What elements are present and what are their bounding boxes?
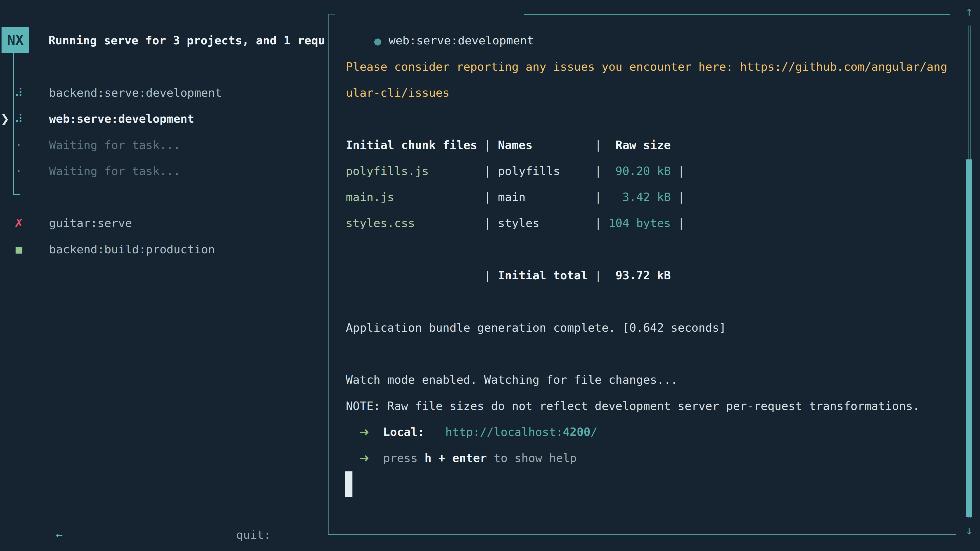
text-segment: press [383, 451, 425, 465]
spinner-icon: ⠼ [13, 80, 24, 106]
text-segment: 3.42 kB [601, 190, 671, 204]
text-segment: | [588, 268, 601, 282]
text-segment: 104 bytes [601, 216, 671, 230]
task-item-web-serve-development[interactable]: ❯⠼web:serve:development [0, 106, 328, 132]
task-item-waiting-for-task-[interactable]: ·Waiting for task... [0, 158, 328, 184]
text-segment: | [671, 190, 684, 204]
text-segment: main.js [346, 190, 394, 204]
terminal-line: main.js | main | 3.42 kB | [346, 184, 685, 210]
text-segment: ➜ [360, 451, 369, 465]
text-segment: ular-cli/issues [346, 86, 449, 100]
task-group-tree-foot [13, 194, 20, 195]
pagination: ← 1/1 → [14, 496, 83, 522]
task-item-backend-build-production[interactable]: ■backend:build:production [0, 237, 328, 262]
terminal-line: polyfills.js | polyfills | 90.20 kB | [346, 158, 685, 184]
task-label: backend:serve:development [49, 80, 222, 106]
task-label: guitar:serve [49, 210, 132, 236]
text-segment: | [346, 268, 498, 282]
spinner-icon: ⠼ [13, 106, 24, 132]
text-segment: h + enter [425, 451, 487, 465]
text-segment [425, 425, 445, 439]
dot-icon: · [13, 132, 24, 158]
selected-chevron-icon: ❯ [0, 106, 10, 132]
terminal-cursor [345, 472, 352, 497]
terminal-line: styles.css | styles | 104 bytes | [346, 210, 685, 236]
square-icon: ■ [13, 237, 24, 262]
panel-border-left [328, 14, 329, 534]
sidebar-title: Running serve for 3 projects, and 1 requ [48, 27, 328, 54]
text-segment: Local: [383, 425, 425, 439]
text-segment: styles.css [346, 216, 415, 230]
quit-hint-label: quit: [236, 528, 271, 541]
task-label: Waiting for task... [49, 132, 180, 158]
text-segment: 93.72 kB [601, 268, 671, 282]
text-segment: Watch mode enabled. Watching for file ch… [346, 373, 678, 386]
terminal-line: ➜ press h + enter to show help [346, 445, 577, 471]
text-segment: Names [498, 138, 532, 152]
task-label: Waiting for task... [49, 158, 180, 184]
task-label: backend:build:production [49, 237, 215, 262]
text-segment: ➜ [360, 425, 369, 439]
task-item-waiting-for-task-[interactable]: ·Waiting for task... [0, 132, 328, 158]
text-segment [369, 451, 383, 465]
task-item-guitar-serve[interactable]: ✗guitar:serve [0, 210, 328, 236]
task-sidebar: NX Running serve for 3 projects, and 1 r… [0, 0, 328, 551]
text-segment: / [590, 425, 597, 439]
terminal-line: Please consider reporting any issues you… [346, 54, 947, 80]
text-segment: Initial chunk files [346, 138, 477, 152]
task-item-backend-serve-development[interactable]: ⠼backend:serve:development [0, 80, 328, 106]
nx-tui-screen: NX Running serve for 3 projects, and 1 r… [0, 0, 980, 551]
text-segment: 4200 [563, 425, 590, 439]
text-segment [346, 451, 360, 465]
running-status-dot-icon: ● [374, 36, 382, 46]
text-segment: | polyfills | [429, 164, 601, 178]
panel-title: web:serve:development [389, 34, 534, 47]
terminal-line: NOTE: Raw file sizes do not reflect deve… [346, 393, 920, 419]
page-prev-arrow-icon[interactable]: ← [56, 528, 63, 541]
text-segment: Raw size [616, 138, 671, 152]
text-segment: Initial total [498, 268, 588, 282]
terminal-line: ➜ Local: http://localhost:4200/ [346, 419, 597, 445]
text-segment: | [671, 216, 684, 230]
text-segment: NOTE: Raw file sizes do not reflect deve… [346, 399, 920, 413]
cross-icon: ✗ [13, 210, 24, 236]
text-segment: | styles | [415, 216, 602, 230]
text-segment: 90.20 kB [601, 164, 671, 178]
panel-header: ●web:serve:development [346, 2, 534, 27]
text-segment: | [671, 164, 684, 178]
terminal-line: Watch mode enabled. Watching for file ch… [346, 367, 678, 393]
text-segment [369, 425, 383, 439]
scroll-up-arrow-icon[interactable]: ↑ [961, 3, 977, 19]
text-segment: Application bundle generation complete. … [346, 321, 726, 334]
scrollbar-thumb[interactable] [966, 159, 972, 517]
task-label: web:serve:development [49, 106, 194, 132]
nx-logo: NX [2, 27, 29, 53]
text-segment: | main | [394, 190, 602, 204]
panel-border-top-stub [328, 14, 335, 14]
terminal-line: ular-cli/issues [346, 80, 449, 106]
terminal-line: Initial chunk files | Names | Raw size [346, 132, 671, 158]
dot-icon: · [13, 158, 24, 184]
text-segment: | [533, 138, 616, 152]
terminal-line: | Initial total | 93.72 kB [346, 262, 671, 289]
text-segment: to show help [487, 451, 577, 465]
panel-border-top [524, 14, 950, 15]
terminal-line: Application bundle generation complete. … [346, 315, 726, 341]
text-segment: Please consider reporting any issues you… [346, 60, 947, 73]
text-segment [346, 425, 360, 439]
scroll-down-arrow-icon[interactable]: ↓ [961, 522, 977, 538]
text-segment: http://localhost: [445, 425, 563, 439]
text-segment: polyfills.js [346, 164, 429, 178]
text-segment: | [477, 138, 498, 152]
panel-border-bottom [328, 534, 956, 535]
keyboard-hints: quit: q help: ? [195, 496, 285, 522]
